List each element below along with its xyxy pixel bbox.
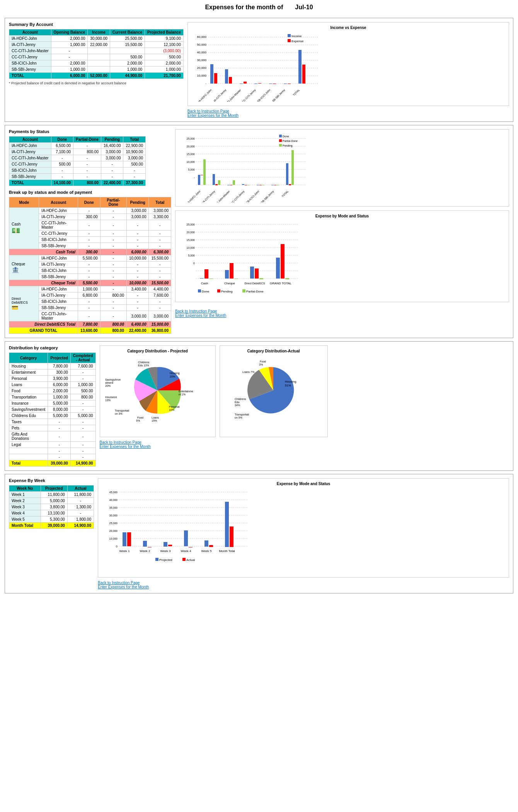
back-to-instruction-link-3[interactable]: Back to Instruction Page <box>100 440 509 444</box>
svg-rect-175 <box>204 540 208 547</box>
svg-text:60,000: 60,000 <box>197 35 206 39</box>
table-row: Food2,000.00500.00 <box>9 388 96 394</box>
summary-title: Summary By Account <box>9 22 184 27</box>
svg-text:20%: 20% <box>170 375 175 378</box>
week-table: Week No Projected Actual Week 111,800.00… <box>9 485 94 529</box>
svg-text:35,000: 35,000 <box>109 506 118 509</box>
total-row: TOTAL 6,000.00 52,000.00 44,900.00 21,70… <box>9 73 184 79</box>
distribution-title: Distribution by category <box>9 345 96 350</box>
svg-rect-17 <box>229 77 232 84</box>
svg-rect-37 <box>288 39 291 42</box>
payments-chart-svg: 25,000 20,000 15,000 10,000 5,000 - <box>179 133 310 202</box>
svg-text:Edu 13%: Edu 13% <box>138 364 149 367</box>
svg-rect-35 <box>288 34 291 37</box>
summary-right: Income vs Expense 60,000 50,000 40,000 3… <box>187 22 509 118</box>
svg-text:Done: Done <box>202 290 210 293</box>
table-row: SB-SBI-Jenny - - - - <box>9 174 146 180</box>
svg-text:20%: 20% <box>105 385 111 387</box>
enter-expenses-link-3[interactable]: Enter Expenses for the Month <box>100 444 509 449</box>
svg-rect-25 <box>288 84 291 84</box>
svg-text:10%: 10% <box>169 409 174 411</box>
svg-rect-24 <box>284 84 287 84</box>
svg-text:Transportati: Transportati <box>115 409 130 412</box>
col-opening: Opening Balance <box>51 29 88 36</box>
svg-rect-21 <box>258 83 261 84</box>
svg-rect-63 <box>247 185 250 185</box>
svg-rect-19 <box>244 82 247 84</box>
svg-text:Income: Income <box>291 34 302 38</box>
svg-text:SB-SBI-Jenny: SB-SBI-Jenny <box>261 190 275 202</box>
svg-text:15,000: 15,000 <box>187 153 195 156</box>
total-row: TOTAL 14,100.00 800.00 22,400.00 37,300.… <box>9 180 146 186</box>
enter-expenses-link-4[interactable]: Enter Expenses for the Month <box>98 585 509 589</box>
pie-projected-title: Category Distribution - Projected <box>103 349 212 353</box>
svg-rect-64 <box>257 185 259 185</box>
svg-text:Transportati: Transportati <box>235 413 249 416</box>
table-row: CC-CITI-Jenny 500.00 - - 500.00 <box>9 161 146 168</box>
svg-text:Pending: Pending <box>221 290 232 293</box>
svg-text:20,000: 20,000 <box>187 231 195 234</box>
svg-rect-120 <box>242 289 245 292</box>
back-to-instruction-link-2[interactable]: Back to Instruction Page <box>175 309 509 313</box>
section-payments: Payments by Status Account Done Partial-… <box>5 125 513 338</box>
svg-text:Loans: Loans <box>152 416 159 419</box>
table-row: Week 413,100.00- <box>9 510 94 516</box>
table-row: Pets-- <box>9 425 96 431</box>
svg-text:Week 1: Week 1 <box>119 549 130 553</box>
svg-text:Expense: Expense <box>291 39 304 43</box>
expense-mode-chart-title: Expense by Mode and Status <box>179 214 506 218</box>
total-row: Total 39,000.00 14,900.00 <box>9 460 96 467</box>
section3-links: Back to Instruction Page Enter Expenses … <box>100 440 509 449</box>
svg-rect-170 <box>148 547 152 547</box>
svg-text:0: 0 <box>116 545 118 548</box>
title-text: Expenses for the month of <box>205 4 283 10</box>
table-row: Personal3,900.00- <box>9 376 96 382</box>
back-to-instruction-link[interactable]: Back to Instruction Page <box>187 109 509 113</box>
svg-rect-102 <box>209 279 213 279</box>
table-row: IA-CITI-Jenny 1,000.00 22,000.00 15,500.… <box>9 42 184 48</box>
svg-rect-82 <box>279 139 282 142</box>
svg-text:CC-CITI-Jenny: CC-CITI-Jenny <box>241 88 256 102</box>
weekly-chart-title: Expense by Mode and Status <box>101 482 506 486</box>
total-row: Month Total 39,000.00 14,900.00 <box>9 523 94 529</box>
table-row: Cash💵 IA-HDFC-John - - 3,000.00 3,000.00 <box>9 208 171 214</box>
svg-text:SB-SBI-Jenny: SB-SBI-Jenny <box>271 88 286 102</box>
section1-links: Back to Instruction Page Enter Expenses … <box>187 109 509 118</box>
svg-rect-58 <box>227 185 230 185</box>
table-row: IA-CITI-Jenny 7,100.00 800.00 3,000.00 1… <box>9 149 146 155</box>
svg-rect-27 <box>302 65 305 84</box>
table-row: Entertainment300.00- <box>9 369 96 376</box>
svg-text:nt 1%: nt 1% <box>179 393 186 396</box>
svg-text:10,000: 10,000 <box>187 246 195 249</box>
svg-rect-59 <box>230 185 232 185</box>
enter-expenses-link-2[interactable]: Enter Expenses for the Month <box>175 313 509 318</box>
svg-text:45,000: 45,000 <box>109 491 118 494</box>
svg-rect-173 <box>184 530 188 546</box>
svg-rect-187 <box>182 558 186 561</box>
section-distribution: Distribution by category Category Projec… <box>5 341 513 471</box>
svg-text:IA-CITI-Jenny: IA-CITI-Jenny <box>202 190 216 202</box>
enter-expenses-link[interactable]: Enter Expenses for the Month <box>187 113 509 118</box>
svg-text:Personal: Personal <box>169 405 180 408</box>
pie-actual-chart: Category Distribution-Actual Housi <box>220 345 328 437</box>
payments-right: 25,000 20,000 15,000 10,000 5,000 - <box>175 129 509 318</box>
back-to-instruction-link-4[interactable]: Back to Instruction Page <box>98 581 509 585</box>
svg-text:10,000: 10,000 <box>187 161 195 163</box>
svg-rect-56 <box>215 184 218 185</box>
svg-rect-62 <box>245 185 247 185</box>
svg-rect-106 <box>250 267 254 279</box>
breakdown-title: Break up by status and mode of payment <box>9 190 171 195</box>
payments-table: Account Done Partial-Done Pending Total … <box>9 136 146 186</box>
svg-rect-109 <box>276 258 280 279</box>
svg-rect-118 <box>217 289 220 292</box>
svg-text:Loans 7%: Loans 7% <box>242 371 254 373</box>
svg-rect-54 <box>203 159 206 185</box>
svg-text:Cheque: Cheque <box>224 282 235 285</box>
svg-rect-53 <box>201 175 203 175</box>
svg-text:TOTAL: TOTAL <box>281 190 289 198</box>
section-summary: Summary By Account Account Opening Balan… <box>5 18 513 122</box>
section2-links: Back to Instruction Page Enter Expenses … <box>175 309 509 318</box>
table-row: Week 33,800.001,300.00 <box>9 504 94 510</box>
payments-title: Payments by Status <box>9 129 171 134</box>
svg-text:Direct Debit/ECS: Direct Debit/ECS <box>245 282 265 285</box>
